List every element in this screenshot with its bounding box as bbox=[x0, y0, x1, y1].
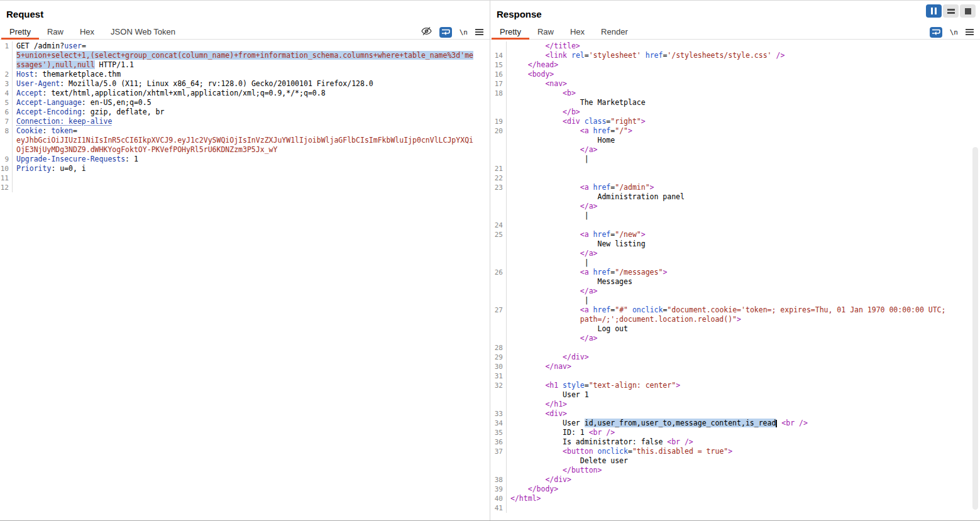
code-text: 5+union+select+1,(select+group_concat(co… bbox=[13, 51, 473, 60]
line-number: 16 bbox=[490, 70, 507, 79]
response-tabbar: PrettyRawHexRender \n bbox=[490, 25, 980, 40]
line-number: 3 bbox=[0, 79, 13, 89]
code-line: 27 <a href="#" onclick="document.cookie=… bbox=[490, 305, 980, 315]
code-text: <body> bbox=[507, 70, 554, 79]
line-number: 15 bbox=[490, 60, 507, 70]
code-line: Home bbox=[490, 136, 980, 145]
code-line: 28 bbox=[490, 343, 980, 353]
code-line: 39 </body> bbox=[490, 485, 980, 494]
code-line: 36 Is administrator: false <br /> bbox=[490, 437, 980, 447]
line-number bbox=[490, 400, 507, 409]
line-number bbox=[0, 136, 13, 145]
code-line: 17 <nav> bbox=[490, 79, 980, 89]
code-text: path=/;';document.location.reload()"> bbox=[507, 315, 741, 324]
line-number: 31 bbox=[490, 371, 507, 381]
code-text: <a href="/new"> bbox=[507, 230, 646, 239]
code-text: </a> bbox=[507, 202, 597, 211]
code-line: | bbox=[490, 296, 980, 305]
code-line: 11 bbox=[0, 173, 490, 183]
tab-hex[interactable]: Hex bbox=[562, 25, 593, 39]
code-text: <a href="/"> bbox=[507, 126, 632, 136]
line-number: 26 bbox=[490, 268, 507, 277]
word-wrap-icon[interactable] bbox=[930, 27, 942, 38]
code-line: Delete user bbox=[490, 456, 980, 466]
code-text: User-Agent: Mozilla/5.0 (X11; Linux x86_… bbox=[13, 79, 373, 89]
pause-button[interactable] bbox=[926, 4, 942, 18]
line-number: 38 bbox=[490, 475, 507, 485]
code-text: Is administrator: false <br /> bbox=[507, 437, 693, 447]
code-text: </a> bbox=[507, 334, 597, 343]
code-line: ssages'),null,null HTTP/1.1 bbox=[0, 60, 490, 70]
line-number: 30 bbox=[490, 362, 507, 371]
code-line: </h1> bbox=[490, 400, 980, 409]
line-number bbox=[490, 296, 507, 305]
line-number: 1 bbox=[0, 41, 13, 51]
line-number: 9 bbox=[0, 155, 13, 164]
code-text: </a> bbox=[507, 145, 597, 155]
newline-icon[interactable]: \n bbox=[460, 28, 468, 36]
line-number: 39 bbox=[490, 485, 507, 494]
code-line: 22 bbox=[490, 173, 980, 183]
code-line: 3User-Agent: Mozilla/5.0 (X11; Linux x86… bbox=[0, 79, 490, 89]
line-number: 17 bbox=[490, 79, 507, 89]
line-number bbox=[490, 145, 507, 155]
code-line: 12 bbox=[0, 183, 490, 192]
line-number bbox=[490, 136, 507, 145]
tab-hex[interactable]: Hex bbox=[72, 25, 102, 39]
single-pane-button[interactable] bbox=[960, 4, 976, 18]
request-title: Request bbox=[6, 9, 490, 19]
code-text: <a href="/admin"> bbox=[507, 183, 654, 192]
word-wrap-icon[interactable] bbox=[439, 27, 452, 38]
code-line: 21 bbox=[490, 164, 980, 173]
line-number: 2 bbox=[0, 70, 13, 79]
code-text: Home bbox=[507, 136, 615, 145]
code-line: 7Connection: keep-alive bbox=[0, 117, 490, 126]
code-line: 10Priority: u=0, i bbox=[0, 164, 490, 173]
tab-render[interactable]: Render bbox=[593, 25, 636, 39]
code-line: </button> bbox=[490, 466, 980, 475]
response-viewer[interactable]: </title>14 <link rel='stylesheet' href='… bbox=[490, 40, 980, 520]
eye-off-icon[interactable] bbox=[421, 26, 432, 38]
code-line: </title> bbox=[490, 41, 980, 51]
line-number: 21 bbox=[490, 164, 507, 173]
code-line: </b> bbox=[490, 107, 980, 117]
code-text bbox=[507, 164, 515, 173]
code-text: ID: 1 <br /> bbox=[507, 428, 615, 437]
tab-pretty[interactable]: Pretty bbox=[1, 25, 39, 39]
line-number: 4 bbox=[0, 89, 13, 98]
code-text: User 1 bbox=[507, 390, 589, 400]
request-panel: Request PrettyRawHexJSON Web Token bbox=[0, 1, 490, 520]
response-scrollbar[interactable] bbox=[972, 147, 978, 510]
code-line: 4Accept: text/html,application/xhtml+xml… bbox=[0, 89, 490, 98]
code-line: 19 <div class="right"> bbox=[490, 117, 980, 126]
line-number: 6 bbox=[0, 107, 13, 117]
tab-raw[interactable]: Raw bbox=[39, 25, 72, 39]
code-text: OjE3NjUyMDg3NDZ9.dWHKYogFoktOY-PKVefPOHy… bbox=[13, 145, 277, 155]
line-number bbox=[490, 211, 507, 221]
code-line: 38 </div> bbox=[490, 475, 980, 485]
code-text: eyJhbGciOiJIUzI1NiIsInR5cCI6IkpXVCJ9.eyJ… bbox=[13, 136, 473, 145]
code-text bbox=[13, 173, 21, 183]
line-number: 34 bbox=[490, 419, 507, 428]
code-line: 33 <div> bbox=[490, 409, 980, 419]
code-line: Administration panel bbox=[490, 192, 980, 202]
line-number bbox=[490, 192, 507, 202]
code-line: New listing bbox=[490, 239, 980, 249]
menu-icon[interactable] bbox=[966, 28, 974, 36]
request-editor[interactable]: 1GET /admin?user=5+union+select+1,(selec… bbox=[0, 40, 490, 520]
tab-raw[interactable]: Raw bbox=[529, 25, 562, 39]
line-number bbox=[490, 98, 507, 107]
rows-layout-button[interactable] bbox=[943, 4, 959, 18]
tab-json-web-token[interactable]: JSON Web Token bbox=[102, 25, 184, 39]
newline-icon[interactable]: \n bbox=[950, 28, 958, 36]
line-number: 11 bbox=[0, 173, 13, 183]
code-line: 26 <a href="/messages"> bbox=[490, 268, 980, 277]
code-text: </html> bbox=[507, 494, 541, 503]
menu-icon[interactable] bbox=[475, 28, 483, 36]
tab-pretty[interactable]: Pretty bbox=[492, 25, 529, 39]
line-number: 20 bbox=[490, 126, 507, 136]
code-line: | bbox=[490, 258, 980, 268]
code-text: <button onclick="this.disabled = true"> bbox=[507, 447, 732, 456]
line-number: 32 bbox=[490, 381, 507, 390]
line-number: 8 bbox=[0, 126, 13, 136]
